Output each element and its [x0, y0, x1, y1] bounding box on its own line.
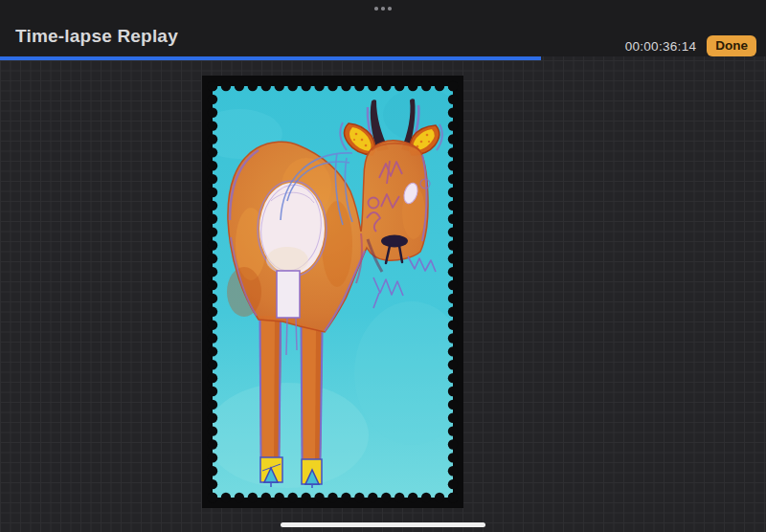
multitask-indicator-icon[interactable]	[0, 5, 766, 12]
replay-progress-bar[interactable]	[0, 56, 766, 60]
stamp-artwork	[202, 76, 463, 508]
replay-canvas[interactable]	[202, 76, 463, 508]
timecode: 00:00:36:14	[625, 39, 697, 54]
titlebar: Time-lapse Replay 00:00:36:14 Done	[0, 0, 766, 56]
page-title: Time-lapse Replay	[15, 26, 178, 47]
done-button[interactable]: Done	[707, 35, 756, 56]
home-indicator[interactable]	[281, 522, 485, 527]
replay-progress-fill	[0, 56, 541, 60]
